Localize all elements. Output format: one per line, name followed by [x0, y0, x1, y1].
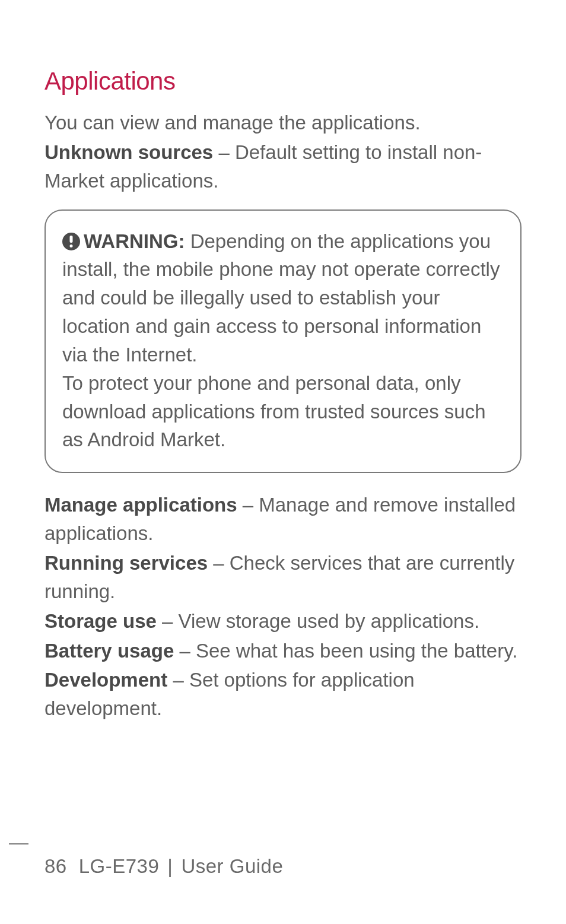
footer-model: LG-E739: [79, 855, 160, 877]
unknown-sources-label: Unknown sources: [44, 141, 213, 163]
footer-guide: User Guide: [181, 855, 283, 877]
warning-icon: [62, 233, 80, 250]
running-services-label: Running services: [44, 552, 208, 574]
intro-paragraph: You can view and manage the applications…: [44, 109, 522, 137]
section-heading-applications: Applications: [44, 67, 522, 96]
development-paragraph: Development – Set options for applicatio…: [44, 666, 522, 723]
development-label: Development: [44, 669, 167, 691]
footer-rule: [9, 843, 28, 844]
storage-use-label: Storage use: [44, 610, 157, 632]
manage-applications-paragraph: Manage applications – Manage and remove …: [44, 491, 522, 548]
warning-box: WARNING: Depending on the applications y…: [44, 209, 522, 474]
page-footer: 86LG-E739|User Guide: [0, 843, 566, 878]
footer-separator: |: [167, 855, 173, 877]
storage-use-paragraph: Storage use – View storage used by appli…: [44, 607, 522, 636]
battery-usage-paragraph: Battery usage – See what has been using …: [44, 637, 522, 665]
page-number: 86: [44, 855, 67, 877]
warning-paragraph-1: WARNING: Depending on the applications y…: [62, 227, 504, 369]
unknown-sources-paragraph: Unknown sources – Default setting to ins…: [44, 138, 522, 195]
warning-label: WARNING:: [84, 230, 185, 252]
page-content: Applications You can view and manage the…: [0, 0, 566, 723]
footer-text: 86LG-E739|User Guide: [44, 855, 522, 878]
battery-usage-desc: – See what has been using the battery.: [174, 640, 517, 662]
manage-applications-label: Manage applications: [44, 494, 237, 516]
running-services-paragraph: Running services – Check services that a…: [44, 549, 522, 606]
warning-paragraph-2: To protect your phone and personal data,…: [62, 369, 504, 455]
battery-usage-label: Battery usage: [44, 640, 174, 662]
storage-use-desc: – View storage used by applications.: [157, 610, 479, 632]
